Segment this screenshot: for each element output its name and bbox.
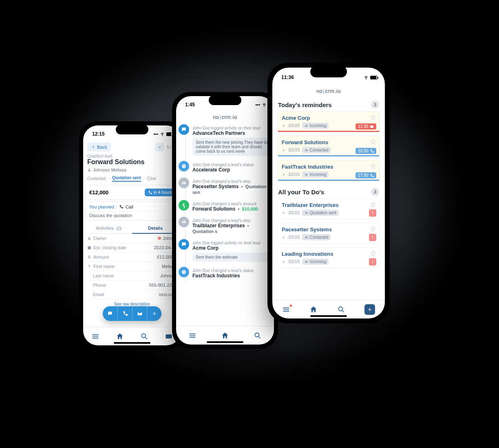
- timeline-icon: [179, 267, 189, 277]
- svg-point-5: [338, 307, 342, 311]
- qualified-label: Qualified lead: [86, 152, 179, 158]
- timeline-icon: [179, 239, 189, 250]
- timeline-item[interactable]: John Doe changed a lead's statusFastTrac…: [192, 266, 272, 283]
- timeline-title: Trailblazer Enterprises • Quotation s: [192, 223, 272, 234]
- reminder-name: Forward Solutions: [282, 139, 375, 145]
- timeline-meta: John Doe changed a lead's step: [192, 218, 272, 223]
- timeline-title: Acme Corp: [192, 245, 272, 251]
- timeline-meta: John Doe changed a lead's amount: [192, 202, 272, 206]
- time-badge: 11:30: [355, 123, 376, 130]
- arrow-left-icon: [91, 145, 95, 149]
- star-icon[interactable]: [370, 201, 376, 209]
- priority-flag: !: [369, 234, 376, 241]
- back-button[interactable]: Back: [87, 143, 111, 152]
- pipeline-steps[interactable]: Contacted › Quotation sent › Closi: [86, 174, 179, 183]
- star-icon[interactable]: [370, 250, 376, 258]
- lead-title: Forward Solutions: [86, 158, 179, 167]
- star-icon[interactable]: [370, 163, 376, 171]
- clock: 11:36: [281, 75, 294, 80]
- todo-card[interactable]: Pacesetter Systems3/2/23 Contacted!: [277, 223, 380, 244]
- todo-name: Pacesetter Systems: [282, 226, 375, 233]
- quick-action-strip: [103, 306, 161, 321]
- phone-icon: [148, 191, 152, 195]
- svg-point-4: [255, 333, 259, 337]
- timeline-note: Sent them the new pricing.They have to v…: [192, 138, 272, 156]
- tab-activities[interactable]: Activities 0: [86, 223, 132, 234]
- todos-heading: All your To Do's: [278, 189, 324, 195]
- home-icon[interactable]: [221, 332, 229, 340]
- timeline-note: Sent them the estimate: [192, 253, 272, 262]
- planned-action-box: You planned : Call Discuss the quotation: [86, 202, 179, 221]
- reminder-name: Acme Corp: [282, 115, 375, 121]
- timeline-icon: [179, 200, 189, 211]
- todo-card[interactable]: Leading Innovations3/2/23 Incoming!: [277, 247, 380, 268]
- search-icon[interactable]: [337, 305, 345, 314]
- timeline-icon: [179, 124, 189, 135]
- call-button[interactable]: [117, 306, 132, 321]
- app-brand: no|crm.io: [176, 113, 274, 123]
- hash-icon: [87, 255, 91, 259]
- phone-activity-feed: 1:45 ••• no|crm.io John Doe logged activ…: [172, 92, 278, 349]
- todo-name: Trailblazer Enterprises: [282, 202, 375, 208]
- add-button[interactable]: [147, 306, 161, 321]
- timeline-title: Accelerate Corp: [192, 167, 272, 173]
- wifi-icon: [262, 102, 267, 107]
- todo-card[interactable]: Trailblazer Enterprises3/2/23 Quotation …: [277, 198, 380, 220]
- clock: 12:15: [92, 131, 105, 137]
- search-icon[interactable]: [254, 332, 262, 340]
- phone-reminders: 11:36 no|crm.io Today's reminders 3 Acme…: [267, 63, 390, 323]
- priority-flag: !: [369, 209, 376, 217]
- person-icon: [87, 168, 91, 172]
- reminders-heading: Today's reminders: [278, 101, 332, 108]
- prev-lead-button[interactable]: ‹: [155, 143, 164, 152]
- timeline-meta: John Doe changed a lead's step: [192, 179, 272, 184]
- calendar-icon: [87, 246, 91, 250]
- timeline-item[interactable]: John Doe changed a lead's stepTrailblaze…: [192, 216, 272, 238]
- star-icon[interactable]: [370, 226, 376, 233]
- lead-amount: €12,000: [89, 189, 108, 195]
- timeline-item[interactable]: John Doe changed a lead's stepPacesetter…: [192, 177, 272, 199]
- timeline-meta: John Doe changed a lead's status: [192, 163, 272, 167]
- add-button[interactable]: [364, 304, 375, 315]
- time-badge: 17:30: [355, 172, 376, 178]
- reminder-card[interactable]: Acme Corp3/2/23 Incoming11:30: [277, 111, 380, 132]
- timeline-item[interactable]: John Doe logged activity on their leadAc…: [192, 238, 272, 266]
- menu-icon[interactable]: [282, 305, 290, 314]
- timeline-title: FastTrack Industries: [192, 273, 272, 279]
- timeline-icon: [179, 178, 189, 188]
- menu-icon[interactable]: [91, 332, 99, 340]
- time-badge: 16:30: [355, 148, 376, 154]
- clock: 1:45: [185, 102, 195, 108]
- timeline-item[interactable]: John Doe changed a lead's statusAccelera…: [192, 160, 272, 177]
- star-icon[interactable]: [370, 138, 376, 146]
- timeline-meta: John Doe logged activity on their lead: [192, 126, 272, 130]
- timeline-meta: John Doe changed a lead's status: [192, 268, 272, 273]
- reminders-count: 3: [371, 101, 379, 109]
- home-icon[interactable]: [116, 332, 124, 340]
- search-icon[interactable]: [140, 332, 148, 340]
- reminder-card[interactable]: FastTrack Industries3/2/23 Incoming17:30: [277, 160, 380, 181]
- todo-name: Leading Innovations: [282, 251, 375, 257]
- notification-dot: [290, 305, 292, 307]
- timeline-icon: [179, 161, 189, 171]
- wifi-icon: [364, 75, 369, 80]
- star-icon[interactable]: [370, 114, 376, 122]
- card-icon[interactable]: [165, 332, 173, 340]
- wifi-icon: [160, 132, 165, 136]
- timeline-title: AdvanceTech Partners: [192, 130, 272, 136]
- timeline-item[interactable]: John Doe logged activity on their leadAd…: [192, 123, 272, 160]
- person-icon: [87, 236, 91, 240]
- phone-icon: [119, 205, 123, 209]
- timeline-title: Pacesetter Systems • Quotation sen: [192, 184, 272, 195]
- reminder-time-button[interactable]: in 4 hours: [145, 189, 175, 196]
- menu-icon[interactable]: [188, 332, 197, 340]
- home-icon[interactable]: [309, 305, 318, 314]
- timeline-title: Forward Solutions • $10,000: [192, 206, 272, 212]
- tab-details[interactable]: Details: [132, 223, 179, 234]
- timeline-item[interactable]: John Doe changed a lead's amountForward …: [192, 199, 272, 216]
- reminder-card[interactable]: Forward Solutions3/2/23 Contacted16:30: [277, 136, 380, 157]
- svg-rect-1: [166, 334, 172, 338]
- chat-button[interactable]: [103, 306, 117, 321]
- app-brand: no|crm.io: [272, 87, 385, 97]
- email-button[interactable]: [132, 306, 147, 321]
